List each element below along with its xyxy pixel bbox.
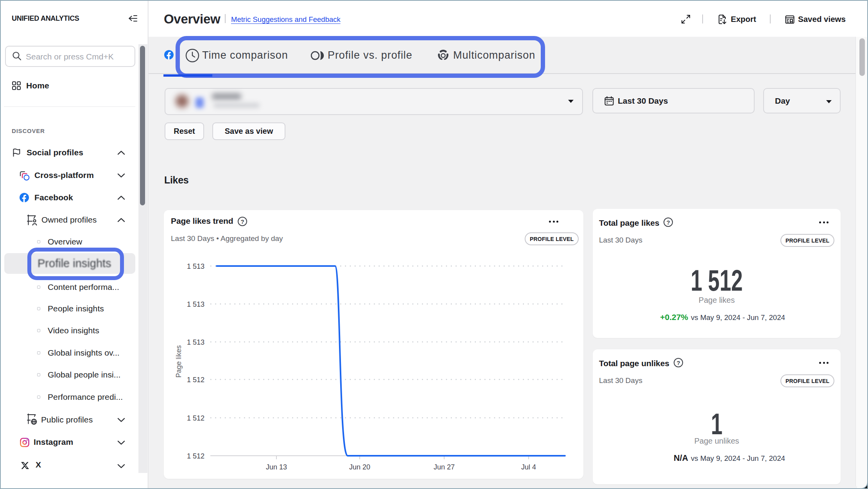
svg-text:Jun 13: Jun 13 bbox=[266, 463, 287, 471]
svg-text:1 513: 1 513 bbox=[187, 338, 204, 346]
svg-text:Jun 20: Jun 20 bbox=[349, 463, 370, 471]
svg-text:1 512: 1 512 bbox=[187, 452, 204, 460]
svg-text:Page likes: Page likes bbox=[175, 345, 183, 378]
svg-text:1 512: 1 512 bbox=[187, 414, 204, 422]
svg-text:1 513: 1 513 bbox=[187, 300, 204, 308]
svg-text:1 513: 1 513 bbox=[187, 262, 204, 270]
svg-text:Jun 27: Jun 27 bbox=[434, 463, 455, 471]
svg-text:1 512: 1 512 bbox=[187, 376, 204, 384]
svg-text:Jul 4: Jul 4 bbox=[521, 463, 536, 471]
